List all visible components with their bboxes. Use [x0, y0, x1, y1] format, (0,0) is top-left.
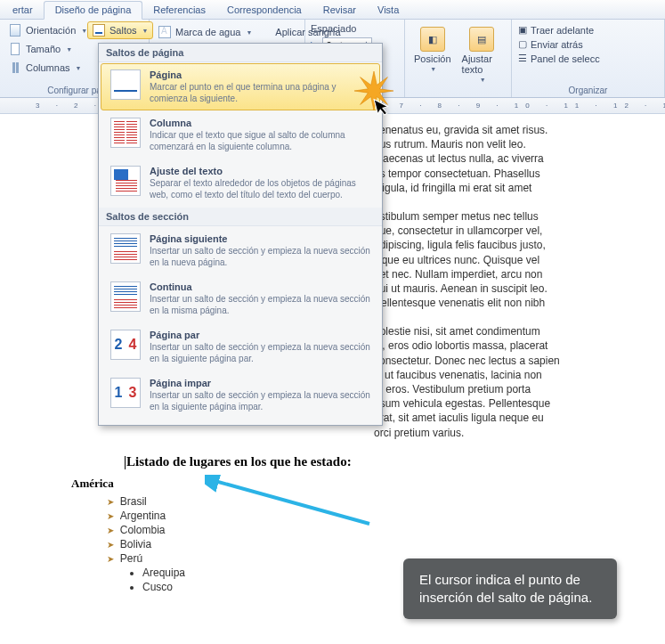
wrap-text-label: Ajustar texto [462, 53, 502, 75]
position-label: Posición [414, 53, 451, 64]
position-button[interactable]: ◧ Posición ▼ [409, 23, 457, 76]
arrange-group-label: Organizar [512, 84, 664, 97]
chevron-down-icon: ▼ [66, 46, 72, 53]
selection-pane-icon: ☰ [518, 53, 527, 64]
menu-item-page-break[interactable]: Página Marcar el punto en el que termina… [101, 63, 380, 110]
text-wrap-break-icon [110, 166, 141, 196]
ribbon-tabs: ertar Diseño de página Referencias Corre… [0, 0, 665, 20]
menu-item-title: Continua [150, 281, 370, 292]
page-break-icon [110, 69, 141, 100]
next-page-icon [110, 233, 141, 264]
bring-forward-button[interactable]: ▣ Traer adelante [515, 23, 661, 37]
breaks-button[interactable]: Saltos ▼ [87, 21, 153, 39]
menu-item-desc: Marcar el punto en el que termina una pá… [150, 82, 370, 104]
watermark-icon [158, 25, 172, 39]
menu-item-continuous[interactable]: Continua Insertar un salto de sección y … [101, 275, 380, 322]
callout-arrow-icon [205, 475, 374, 528]
text-cursor [125, 456, 126, 469]
bring-forward-icon: ▣ [518, 24, 527, 36]
wrap-text-icon: ▤ [469, 27, 494, 52]
chevron-down-icon: ▼ [76, 65, 82, 71]
menu-item-title: Ajuste del texto [150, 166, 370, 176]
instruction-callout: El cursor indica el punto de inserción d… [403, 558, 617, 620]
column-break-icon [110, 118, 141, 148]
orientation-icon [8, 23, 22, 37]
orientation-label: Orientación [26, 25, 76, 36]
chevron-down-icon: ▼ [142, 28, 149, 34]
menu-item-text-wrapping-break[interactable]: Ajuste del texto Separar el texto alrede… [101, 159, 380, 207]
columns-icon [8, 61, 22, 75]
tab-view[interactable]: Vista [367, 2, 410, 19]
watermark-label: Marca de agua [175, 27, 240, 37]
position-icon: ◧ [420, 27, 445, 52]
send-backward-icon: ▢ [518, 38, 527, 50]
breaks-dropdown-menu: Saltos de página Página Marcar el punto … [98, 43, 383, 426]
menu-item-desc: Insertar un salto de sección y empieza l… [150, 342, 370, 364]
list-item: Bolivia [107, 537, 638, 551]
menu-item-even-page[interactable]: 24 Página par Insertar un salto de secci… [101, 323, 380, 371]
menu-section-page-breaks: Saltos de página [99, 44, 382, 62]
menu-item-desc: Insertar un salto de sección y empieza l… [150, 390, 370, 412]
doc-heading: Listado de lugares en los que he estado: [125, 454, 638, 469]
menu-item-desc: Indicar que el texto que sigue al salto … [150, 130, 370, 152]
breaks-icon [92, 23, 106, 37]
menu-item-desc: Separar el texto alrededor de los objeto… [150, 178, 370, 200]
chevron-down-icon: ▼ [246, 29, 252, 36]
doc-heading-text: Listado de lugares en los que he estado: [126, 454, 352, 469]
tab-page-layout[interactable]: Diseño de página [44, 1, 143, 20]
menu-item-title: Página par [150, 330, 370, 340]
spacing-label: Espaciado [309, 21, 401, 37]
columns-label: Columnas [26, 62, 70, 73]
chevron-down-icon: ▼ [430, 66, 436, 72]
size-icon [8, 42, 22, 56]
chevron-down-icon: ▼ [480, 77, 486, 83]
send-backward-label: Enviar atrás [531, 39, 583, 50]
menu-item-desc: Insertar un salto de sección y empieza l… [150, 246, 370, 268]
size-label: Tamaño [26, 44, 61, 54]
even-page-icon: 24 [110, 330, 141, 360]
menu-item-column-break[interactable]: Columna Indicar que el texto que sigue a… [101, 111, 380, 159]
menu-item-title: Página [150, 69, 370, 80]
tab-mail[interactable]: Correspondencia [216, 2, 312, 19]
menu-section-section-breaks: Saltos de sección [99, 208, 382, 226]
breaks-label: Saltos [109, 25, 137, 36]
selection-pane-label: Panel de selecc [531, 53, 600, 64]
bring-forward-label: Traer adelante [531, 25, 594, 36]
menu-item-next-page[interactable]: Página siguiente Insertar un salto de se… [101, 227, 380, 274]
tab-review[interactable]: Revisar [312, 2, 367, 19]
menu-item-odd-page[interactable]: 13 Página impar Insertar un salto de sec… [101, 371, 380, 419]
odd-page-icon: 13 [110, 378, 141, 408]
menu-item-title: Página siguiente [150, 233, 370, 244]
watermark-button[interactable]: Marca de agua ▼ [153, 23, 256, 41]
svg-line-1 [212, 480, 369, 524]
selection-pane-button[interactable]: ☰ Panel de selecc [515, 52, 661, 65]
tab-references[interactable]: Referencias [142, 2, 216, 19]
continuous-icon [110, 281, 141, 312]
tab-insert-partial[interactable]: ertar [2, 2, 44, 19]
send-backward-button[interactable]: ▢ Enviar atrás [515, 37, 661, 51]
menu-item-title: Página impar [150, 378, 370, 388]
menu-item-title: Columna [150, 118, 370, 128]
wrap-text-button[interactable]: ▤ Ajustar texto ▼ [457, 23, 507, 86]
menu-item-desc: Insertar un salto de sección y empieza l… [150, 294, 370, 316]
